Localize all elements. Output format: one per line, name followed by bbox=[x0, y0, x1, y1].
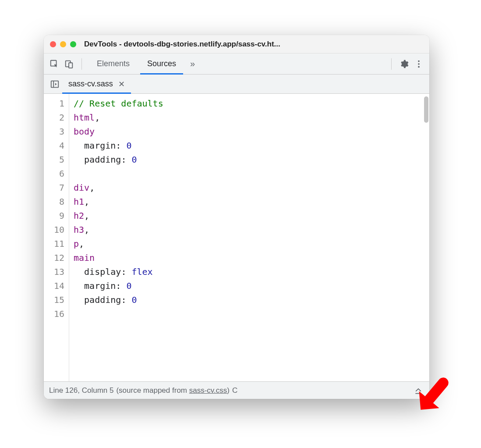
code-line[interactable]: margin: 0 bbox=[74, 139, 429, 153]
line-number: 9 bbox=[44, 209, 64, 223]
svg-rect-2 bbox=[69, 63, 72, 68]
code-content[interactable]: // Reset defaultshtml,body margin: 0 pad… bbox=[69, 94, 429, 381]
line-number: 6 bbox=[44, 167, 64, 181]
line-number: 11 bbox=[44, 237, 64, 251]
line-number: 10 bbox=[44, 223, 64, 237]
titlebar: DevTools - devtools-dbg-stories.netlify.… bbox=[44, 35, 429, 53]
line-number: 16 bbox=[44, 307, 64, 321]
file-tabs-bar: sass-cv.sass ✕ bbox=[44, 75, 429, 94]
code-line[interactable]: p, bbox=[74, 237, 429, 251]
tab-sources[interactable]: Sources bbox=[138, 53, 185, 74]
kebab-menu-icon[interactable] bbox=[413, 58, 425, 70]
device-toggle-icon[interactable] bbox=[63, 58, 75, 70]
inspect-icon[interactable] bbox=[48, 58, 60, 70]
code-line[interactable] bbox=[74, 307, 429, 321]
line-number: 15 bbox=[44, 293, 64, 307]
code-line[interactable]: h2, bbox=[74, 209, 429, 223]
line-number: 1 bbox=[44, 96, 64, 110]
code-editor[interactable]: 12345678910111213141516 // Reset default… bbox=[44, 94, 429, 381]
status-bar: Line 126, Column 5 (source mapped from s… bbox=[44, 381, 429, 399]
line-number: 14 bbox=[44, 279, 64, 293]
line-number: 13 bbox=[44, 265, 64, 279]
more-tabs-icon[interactable]: » bbox=[185, 59, 200, 69]
code-line[interactable]: // Reset defaults bbox=[74, 96, 429, 110]
code-line[interactable]: padding: 0 bbox=[74, 293, 429, 307]
code-line[interactable]: html, bbox=[74, 110, 429, 124]
source-map-link[interactable]: sass-cv.css bbox=[189, 386, 227, 395]
code-line[interactable]: h1, bbox=[74, 195, 429, 209]
code-line[interactable]: padding: 0 bbox=[74, 153, 429, 167]
panel-tabs: Elements Sources » bbox=[88, 53, 200, 74]
tab-elements[interactable]: Elements bbox=[88, 53, 138, 74]
svg-rect-6 bbox=[51, 81, 59, 87]
devtools-window: DevTools - devtools-dbg-stories.netlify.… bbox=[44, 35, 429, 399]
code-line[interactable]: display: flex bbox=[74, 265, 429, 279]
file-tab-sass-cv[interactable]: sass-cv.sass ✕ bbox=[62, 75, 131, 93]
window-title: DevTools - devtools-dbg-stories.netlify.… bbox=[84, 40, 423, 49]
scrollbar-thumb[interactable] bbox=[424, 96, 428, 123]
navigator-toggle-icon[interactable] bbox=[47, 75, 62, 93]
code-line[interactable]: main bbox=[74, 251, 429, 265]
svg-point-5 bbox=[418, 66, 420, 68]
code-line[interactable]: h3, bbox=[74, 223, 429, 237]
toolbar-right bbox=[388, 58, 425, 70]
code-line[interactable] bbox=[74, 167, 429, 181]
svg-point-3 bbox=[418, 60, 420, 62]
code-line[interactable]: div, bbox=[74, 181, 429, 195]
close-tab-icon[interactable]: ✕ bbox=[118, 79, 125, 89]
line-number: 12 bbox=[44, 251, 64, 265]
source-mapped-label: (source mapped from sass-cv.css) bbox=[116, 386, 230, 395]
code-line[interactable]: body bbox=[74, 124, 429, 139]
maximize-window-button[interactable] bbox=[70, 41, 76, 47]
close-window-button[interactable] bbox=[50, 41, 56, 47]
separator bbox=[391, 58, 392, 70]
minimize-window-button[interactable] bbox=[60, 41, 66, 47]
line-number: 4 bbox=[44, 139, 64, 153]
file-tab-label: sass-cv.sass bbox=[68, 79, 113, 89]
line-number: 8 bbox=[44, 195, 64, 209]
line-gutter: 12345678910111213141516 bbox=[44, 94, 69, 381]
line-number: 5 bbox=[44, 153, 64, 167]
svg-point-4 bbox=[418, 63, 420, 65]
line-number: 2 bbox=[44, 110, 64, 124]
main-toolbar: Elements Sources » bbox=[44, 53, 429, 75]
line-number: 7 bbox=[44, 181, 64, 195]
drawer-toggle-icon[interactable] bbox=[413, 385, 424, 396]
code-line[interactable]: margin: 0 bbox=[74, 279, 429, 293]
separator bbox=[81, 58, 82, 70]
status-trail: C bbox=[232, 386, 237, 395]
line-number: 3 bbox=[44, 124, 64, 139]
cursor-position: Line 126, Column 5 bbox=[49, 386, 113, 395]
settings-icon[interactable] bbox=[398, 58, 410, 70]
window-controls bbox=[50, 41, 76, 47]
